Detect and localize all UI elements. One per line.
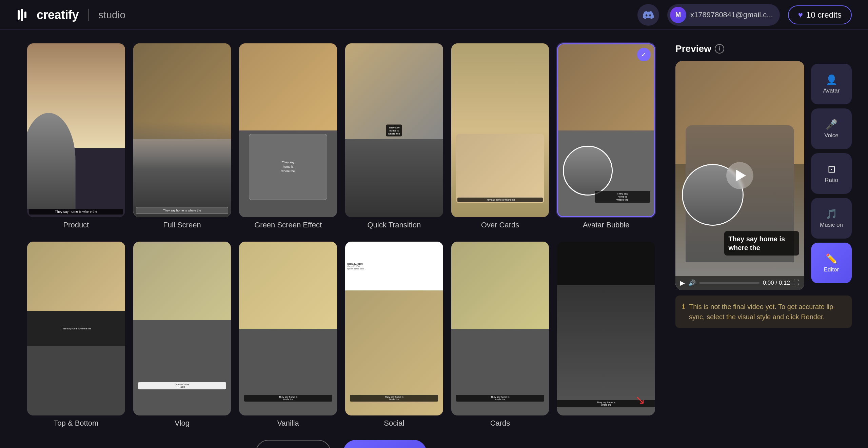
caption-full: They say home is where the — [136, 207, 229, 214]
video-grid-row2: They say home is where the Top & Bottom … — [27, 242, 655, 428]
label-full-screen: Full Screen — [133, 221, 231, 229]
info-icon: i — [715, 44, 724, 54]
preview-video: They say home is where the ▶ 🔊 0:00 / 0:… — [675, 61, 804, 290]
card-over-cards[interactable]: They say home is where the Over Cards — [451, 43, 549, 229]
preview-title: Preview i — [675, 43, 724, 54]
play-triangle — [736, 169, 746, 182]
card-quick-transition[interactable]: They sayhome iswhere the Quick Transitio… — [345, 43, 443, 229]
user-pill[interactable]: M x1789780841@gmail.c... — [667, 4, 780, 26]
time-display: 0:00 / 0:12 — [763, 280, 790, 286]
card-product[interactable]: They say home is where the Product — [27, 43, 125, 229]
bottom-buttons: ← Back Render → — [27, 440, 655, 448]
preview-panel: Preview i — [675, 43, 852, 448]
card-cards2[interactable]: They say home iswhere the Cards — [451, 242, 549, 428]
selected-check: ✓ — [637, 48, 651, 61]
notice-icon: ℹ — [682, 302, 685, 310]
preview-play-button[interactable] — [726, 162, 753, 189]
svg-rect-2 — [24, 12, 26, 18]
label-cards2: Cards — [451, 419, 549, 428]
header-right: M x1789780841@gmail.c... ♥ 10 credits — [637, 4, 852, 26]
arrow-indicator: ↘ — [635, 393, 645, 407]
card-avatar-bubble[interactable]: ✓ They sayhome iswhere the Avatar Bubble — [557, 43, 655, 229]
avatar-side-label: Avatar — [823, 87, 840, 94]
label-over-cards: Over Cards — [451, 221, 549, 229]
logo-area: creatify studio — [16, 7, 125, 22]
side-btn-voice[interactable]: 🎤 Voice — [811, 108, 852, 149]
back-button[interactable]: ← Back — [256, 440, 331, 448]
side-buttons: 👤 Avatar 🎤 Voice ⊡ Ratio 🎵 Music on ✏️ — [811, 61, 852, 290]
preview-video-wrap: They say home is where the ▶ 🔊 0:00 / 0:… — [675, 61, 804, 290]
logo-divider — [88, 9, 89, 21]
preview-content: They say home is where the ▶ 🔊 0:00 / 0:… — [675, 61, 852, 290]
label-quick-transition: Quick Transition — [345, 221, 443, 229]
avatar-side-icon: 👤 — [826, 74, 837, 85]
notice-text: This is not the final video yet. To get … — [689, 302, 845, 322]
preview-title-text: Preview — [675, 43, 711, 54]
header: creatify studio M x1789780841@gmail.c...… — [0, 0, 868, 30]
render-button[interactable]: Render → — [343, 440, 426, 448]
ratio-side-icon: ⊡ — [828, 164, 835, 175]
label-avatar-bubble: Avatar Bubble — [557, 221, 655, 229]
fullscreen-icon[interactable]: ⛶ — [793, 279, 800, 286]
discord-button[interactable] — [637, 4, 659, 26]
preview-caption: They say home is where the — [724, 231, 799, 256]
video-grid-row1: They say home is where the Product They … — [27, 43, 655, 229]
studio-text: studio — [98, 9, 125, 21]
music-side-icon: 🎵 — [826, 208, 837, 220]
progress-bar[interactable] — [699, 282, 760, 284]
side-btn-music[interactable]: 🎵 Music on — [811, 198, 852, 239]
voice-side-label: Voice — [824, 132, 839, 139]
card-green-screen[interactable]: They sayhome iswhere the Green Screen Ef… — [239, 43, 337, 229]
notice-box: ℹ This is not the final video yet. To ge… — [675, 296, 852, 328]
user-avatar: M — [670, 7, 686, 23]
side-btn-editor[interactable]: ✏️ Editor — [811, 243, 852, 283]
card-top-bottom[interactable]: They say home is where the Top & Bottom — [27, 242, 125, 428]
label-vlog: Vlog — [133, 419, 231, 428]
side-btn-ratio[interactable]: ⊡ Ratio — [811, 153, 852, 194]
volume-icon[interactable]: 🔊 — [688, 279, 696, 287]
side-btn-avatar[interactable]: 👤 Avatar — [811, 64, 852, 104]
credits-button[interactable]: ♥ 10 credits — [788, 5, 852, 24]
ratio-side-label: Ratio — [825, 177, 838, 184]
user-email: x1789780841@gmail.c... — [690, 11, 773, 19]
preview-controls: ▶ 🔊 0:00 / 0:12 ⛶ — [675, 276, 804, 290]
card-vlog[interactable]: Qokori CoffeeTable Vlog — [133, 242, 231, 428]
label-top-bottom: Top & Bottom — [27, 419, 125, 428]
grid-area: They say home is where the Product They … — [27, 43, 655, 448]
heart-icon: ♥ — [798, 10, 803, 20]
logo-text: creatify — [37, 8, 79, 22]
voice-side-icon: 🎤 — [826, 119, 837, 130]
svg-rect-1 — [21, 9, 23, 21]
credits-label: 10 credits — [806, 10, 842, 20]
play-ctrl-icon[interactable]: ▶ — [680, 279, 685, 287]
svg-rect-0 — [18, 10, 20, 20]
label-product: Product — [27, 221, 125, 229]
card-vanilla[interactable]: They say home iswhere the Vanilla — [239, 242, 337, 428]
card-dark-video[interactable]: They say home iswhere the ↘ — [557, 242, 655, 428]
bubble-caption-text: They sayhome iswhere the — [595, 191, 650, 203]
card-social[interactable]: user130735e6 @user1707ab Qokori coffee t… — [345, 242, 443, 428]
editor-side-label: Editor — [824, 266, 839, 273]
bubble-circle — [563, 146, 613, 196]
card-full-screen[interactable]: They say home is where the Full Screen — [133, 43, 231, 229]
editor-side-icon: ✏️ — [826, 253, 837, 264]
label-green-screen: Green Screen Effect — [239, 221, 337, 229]
caption-qt: They sayhome iswhere the — [386, 124, 402, 136]
caption-product: They say home is where the — [29, 209, 123, 215]
music-side-label: Music on — [820, 222, 843, 228]
label-vanilla: Vanilla — [239, 419, 337, 428]
main-content: They say home is where the Product They … — [0, 30, 868, 448]
logo-icon — [16, 7, 31, 22]
label-social: Social — [345, 419, 443, 428]
